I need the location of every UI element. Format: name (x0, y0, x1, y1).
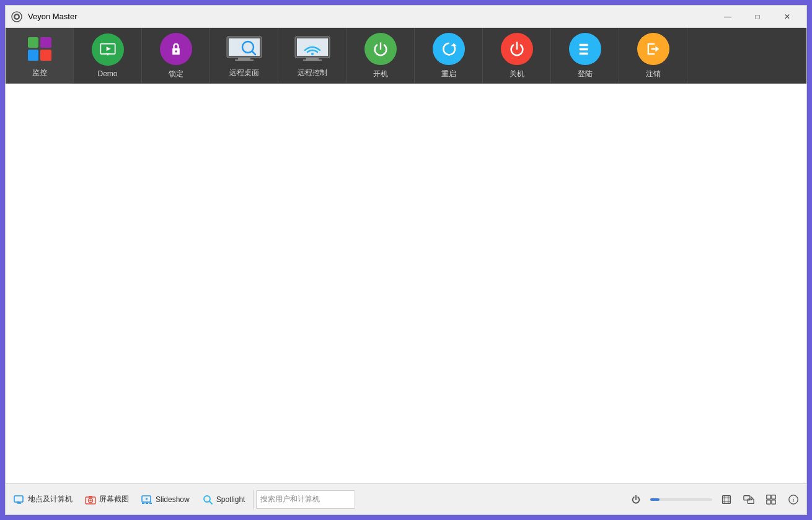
svg-rect-47 (744, 495, 750, 500)
svg-rect-23 (579, 48, 588, 50)
svg-marker-21 (451, 43, 456, 46)
logout-icon (637, 33, 669, 65)
app-icon (11, 11, 23, 23)
title-bar: Veyon Master — □ ✕ (6, 6, 806, 28)
svg-rect-42 (723, 495, 731, 503)
main-window: Veyon Master — □ ✕ 监控 (5, 5, 807, 515)
svg-rect-48 (748, 499, 754, 503)
svg-rect-11 (238, 58, 250, 59)
toolbar-remote-control[interactable]: 远程控制 (278, 28, 346, 84)
monitor-label: 监控 (32, 68, 47, 78)
toolbar-shutdown[interactable]: 关机 (483, 28, 551, 84)
locations-icon (14, 494, 25, 505)
slideshow-label: Slideshow (156, 495, 190, 504)
svg-rect-24 (579, 52, 588, 55)
maximize-button[interactable]: □ (743, 7, 772, 26)
remote-desktop-icon (224, 34, 264, 64)
app-title: Veyon Master (28, 12, 713, 21)
toolbar-monitor[interactable]: 监控 (6, 28, 74, 84)
svg-rect-38 (146, 503, 148, 504)
screen-transfer-button[interactable] (738, 489, 759, 510)
search-placeholder: 搜索用户和计算机 (260, 494, 320, 505)
spotlight-label: Spotlight (216, 495, 245, 504)
shutdown-icon (501, 33, 533, 65)
locations-label: 地点及计算机 (28, 494, 73, 505)
spotlight-button[interactable]: Spotlight (196, 488, 251, 511)
poweron-icon (364, 33, 397, 65)
svg-point-19 (311, 53, 314, 55)
svg-point-8 (175, 50, 177, 53)
svg-text:i: i (793, 496, 795, 503)
svg-rect-33 (89, 496, 92, 498)
restart-label: 重启 (441, 69, 456, 79)
toolbar-lock[interactable]: 锁定 (142, 28, 210, 84)
svg-rect-52 (772, 500, 775, 503)
remote-control-icon (293, 34, 332, 64)
svg-marker-36 (146, 498, 148, 500)
toolbar-login[interactable]: 登陆 (551, 28, 619, 84)
bottom-bar: 地点及计算机 屏幕截图 (6, 483, 806, 514)
toolbar-remote-desktop[interactable]: 远程桌面 (210, 28, 278, 84)
svg-rect-18 (303, 59, 322, 61)
separator-1 (253, 490, 254, 509)
lock-icon (160, 33, 192, 65)
power-button[interactable] (625, 489, 647, 510)
screenshot-button[interactable]: 屏幕截图 (79, 488, 135, 511)
restart-icon (433, 33, 465, 65)
locations-button[interactable]: 地点及计算机 (8, 488, 78, 511)
svg-line-41 (210, 501, 212, 504)
progress-fill (650, 498, 660, 501)
lock-label: 锁定 (169, 69, 183, 79)
monitor-squares-icon (28, 37, 51, 61)
svg-marker-20 (379, 42, 381, 50)
svg-marker-4 (106, 46, 110, 51)
remote-control-label: 远程控制 (298, 68, 327, 78)
search-box[interactable]: 搜索用户和计算机 (256, 490, 355, 509)
login-label: 登陆 (578, 69, 593, 79)
demo-icon (92, 33, 124, 66)
poweron-label: 开机 (373, 69, 388, 79)
svg-rect-51 (767, 500, 770, 503)
slideshow-button[interactable]: Slideshow (136, 488, 195, 511)
toolbar-restart[interactable]: 重启 (415, 28, 483, 84)
main-content (6, 84, 806, 483)
remote-desktop-label: 远程桌面 (229, 68, 259, 78)
svg-rect-27 (15, 497, 22, 501)
progress-track (650, 498, 712, 501)
toolbar-demo[interactable]: Demo (74, 28, 142, 84)
svg-rect-12 (235, 59, 254, 61)
shutdown-label: 关机 (510, 69, 524, 79)
spotlight-icon (202, 494, 213, 505)
close-button[interactable]: ✕ (773, 7, 801, 26)
svg-rect-50 (772, 495, 775, 498)
fullscreen-button[interactable] (716, 489, 737, 510)
progress-area (650, 498, 712, 501)
toolbar-logout[interactable]: 注销 (619, 28, 687, 84)
svg-rect-37 (142, 503, 144, 504)
svg-rect-22 (579, 43, 588, 46)
svg-rect-49 (767, 495, 770, 498)
grid-button[interactable] (761, 489, 782, 510)
window-controls: — □ ✕ (713, 7, 801, 26)
toolbar: 监控 Demo (6, 28, 806, 84)
screenshot-label: 屏幕截图 (99, 494, 129, 505)
svg-rect-17 (306, 58, 319, 59)
slideshow-icon (141, 494, 152, 505)
svg-rect-39 (149, 503, 152, 504)
info-button[interactable]: i (783, 489, 804, 510)
logout-label: 注销 (646, 69, 661, 79)
monitor-icon (20, 34, 60, 64)
login-icon (569, 33, 601, 65)
minimize-button[interactable]: — (713, 7, 742, 26)
right-controls: i (625, 489, 804, 510)
svg-point-2 (15, 15, 19, 18)
toolbar-poweron[interactable]: 开机 (346, 28, 415, 84)
camera-icon (85, 494, 96, 505)
demo-label: Demo (97, 69, 117, 78)
svg-marker-25 (655, 46, 659, 51)
svg-point-34 (90, 500, 92, 501)
